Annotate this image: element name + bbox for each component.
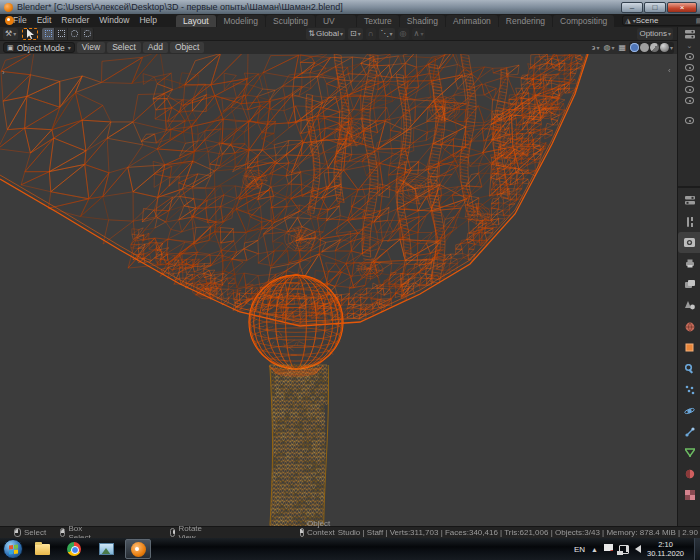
volume-icon[interactable] <box>635 545 641 553</box>
active-tool-dropdown[interactable]: ⚒ ▾ <box>3 28 18 40</box>
options-dropdown[interactable]: Options ▾ <box>637 28 673 40</box>
tray-time: 2:10 <box>647 540 684 549</box>
lasso-select-mode[interactable] <box>81 28 94 40</box>
scene-name: Scene <box>636 16 694 25</box>
tab-sculpting[interactable]: Sculpting <box>266 15 315 27</box>
xray-toggle[interactable]: ▦ <box>617 42 627 53</box>
menu-render[interactable]: Render <box>56 14 94 27</box>
tab-particles[interactable] <box>678 379 700 400</box>
show-desktop-button[interactable] <box>694 538 700 560</box>
scene-selector[interactable]: ◮ ▾ Scene ▤ × <box>622 15 700 26</box>
tab-animation[interactable]: Animation <box>446 15 498 27</box>
taskbar-photo-viewer-icon[interactable] <box>93 539 119 559</box>
action-center-icon[interactable] <box>604 544 613 554</box>
select-cursor-tool[interactable] <box>22 28 38 40</box>
tab-modifiers[interactable] <box>678 358 700 379</box>
menu-add[interactable]: Add <box>143 42 168 53</box>
menu-view[interactable]: View <box>77 42 105 53</box>
tab-output[interactable] <box>678 253 700 274</box>
material-preview-button[interactable] <box>650 43 659 52</box>
visibility-toggle[interactable] <box>678 73 700 84</box>
proportional-falloff-dropdown[interactable]: ∧ ▾ <box>412 28 426 40</box>
box-select-mode[interactable] <box>55 28 68 40</box>
tab-compositing[interactable]: Compositing <box>553 15 614 27</box>
tab-tool[interactable] <box>678 211 700 232</box>
blender-topbar: File Edit Render Window Help Layout Mode… <box>0 14 700 27</box>
proportional-icon: ◎ <box>400 29 407 38</box>
status-bar: Select Box Select Rotate View Object Con… <box>0 526 700 538</box>
wireframe-shading-button[interactable] <box>630 43 639 52</box>
filter-chevron-icon[interactable]: ⌄ <box>678 41 700 51</box>
transform-orientation-dropdown[interactable]: ⇅ Global ▾ <box>306 28 345 40</box>
menu-window[interactable]: Window <box>94 14 134 27</box>
tray-expand-icon[interactable]: ▲ <box>591 546 598 553</box>
tab-material[interactable] <box>678 463 700 484</box>
window-titlebar[interactable]: Blender* [C:\Users\Алексей\Desktop\3D - … <box>0 0 700 14</box>
tab-layout[interactable]: Layout <box>176 15 216 27</box>
options-label: Options <box>639 29 667 38</box>
properties-editor-type-icon[interactable] <box>678 190 700 211</box>
minimize-button[interactable]: – <box>621 2 643 13</box>
tab-scene[interactable] <box>678 295 700 316</box>
solid-shading-button[interactable] <box>640 43 649 52</box>
menu-edit[interactable]: Edit <box>32 14 57 27</box>
tab-object[interactable] <box>678 337 700 358</box>
taskbar-blender-icon[interactable] <box>125 539 151 559</box>
snap-magnet-toggle[interactable]: ∩ <box>366 28 376 40</box>
properties-editor-tabs <box>678 190 700 505</box>
tab-rendering[interactable]: Rendering <box>499 15 552 27</box>
tweak-select-mode[interactable] <box>42 28 55 40</box>
tab-world[interactable] <box>678 316 700 337</box>
taskbar-explorer-icon[interactable] <box>29 539 55 559</box>
viewport-3d[interactable] <box>0 54 677 526</box>
toolbar-expand-chevron[interactable]: › <box>2 68 5 77</box>
tab-physics[interactable] <box>678 400 700 421</box>
sidebar-expand-chevron[interactable]: ‹ <box>668 66 671 75</box>
new-scene-button[interactable]: ▤ <box>694 17 700 25</box>
visibility-toggle[interactable] <box>678 115 700 126</box>
tab-uv-editing[interactable]: UV Editing <box>316 15 356 27</box>
overlays-icon: ◍ <box>603 43 610 52</box>
taskbar-chrome-icon[interactable] <box>61 539 87 559</box>
visibility-toggle[interactable] <box>678 95 700 106</box>
menu-select[interactable]: Select <box>107 42 141 53</box>
eye-icon <box>685 117 694 124</box>
pivot-point-dropdown[interactable]: ⊡ ▾ <box>348 28 363 40</box>
tab-shading[interactable]: Shading <box>400 15 445 27</box>
overlays-dropdown[interactable]: ◍ ▾ <box>602 42 615 53</box>
mode-selector[interactable]: ▣ Object Mode ▾ <box>3 42 75 53</box>
tab-constraints[interactable] <box>678 421 700 442</box>
menu-object[interactable]: Object <box>170 42 205 53</box>
tab-view-layer[interactable] <box>678 274 700 295</box>
proportional-editing-toggle[interactable]: ◎ <box>398 28 409 40</box>
tray-clock[interactable]: 2:10 30.11.2020 <box>647 540 684 558</box>
tab-texture-paint[interactable]: Texture Paint <box>357 15 399 27</box>
start-button[interactable] <box>3 539 23 559</box>
rendered-shading-button[interactable] <box>660 43 669 52</box>
visibility-toggle[interactable] <box>678 51 700 62</box>
language-indicator[interactable]: EN <box>574 545 585 554</box>
snap-target-dropdown[interactable]: ⋱ ▾ <box>379 28 395 40</box>
tab-modeling[interactable]: Modeling <box>217 15 266 27</box>
left-mouse-icon <box>14 528 21 537</box>
visibility-toggle[interactable] <box>678 84 700 95</box>
circle-select-mode[interactable] <box>68 28 81 40</box>
hint-select: Select <box>14 528 46 537</box>
show-gizmo-dropdown[interactable]: ϶ ▾ <box>591 42 601 53</box>
chevron-down-icon: ▾ <box>340 30 343 37</box>
right-mouse-icon <box>300 528 304 537</box>
eye-icon <box>685 75 694 82</box>
scene-statistics: Studio | Staff | Verts:311,703 | Faces:3… <box>338 528 698 537</box>
xray-icon: ▦ <box>618 43 626 52</box>
visibility-toggle[interactable] <box>678 62 700 73</box>
close-button[interactable]: × <box>667 2 697 13</box>
tray-date: 30.11.2020 <box>647 549 684 558</box>
tab-texture[interactable] <box>678 484 700 505</box>
eye-icon <box>685 86 694 93</box>
tab-render[interactable] <box>678 232 700 253</box>
maximize-button[interactable]: □ <box>644 2 666 13</box>
outliner-editor-type-icon[interactable] <box>678 27 700 41</box>
menu-help[interactable]: Help <box>134 14 161 27</box>
tab-object-data[interactable] <box>678 442 700 463</box>
chevron-down-icon: ▾ <box>670 44 673 51</box>
